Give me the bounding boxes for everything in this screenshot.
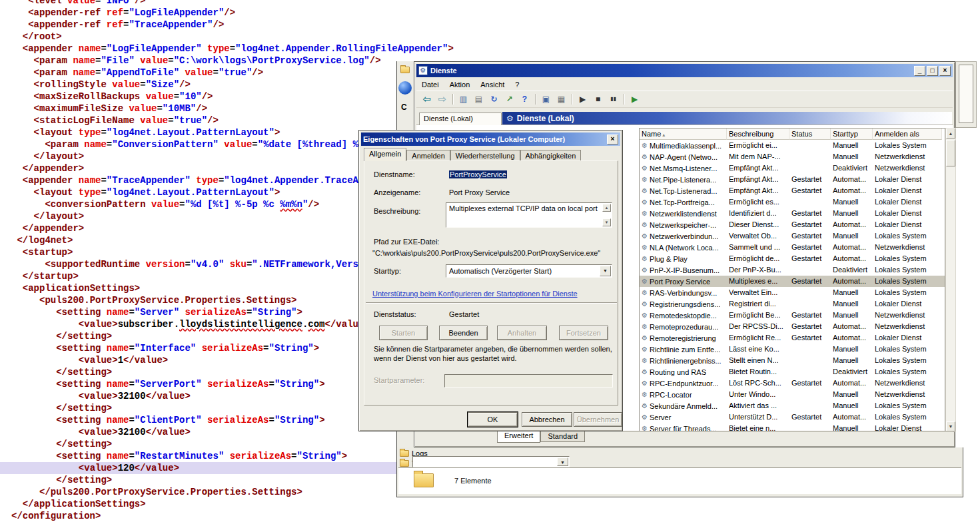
- service-gear-icon: ⚙: [642, 244, 648, 251]
- table-row[interactable]: ⚙Net.Tcp-Portfreiga...Ermöglicht es...Ma…: [640, 196, 945, 208]
- code-line: <appender name="LogFileAppender" type="l…: [11, 43, 566, 55]
- export-icon[interactable]: ↗: [502, 93, 516, 106]
- dialog-tabs: AllgemeinAnmeldenWiederherstellungAbhäng…: [364, 148, 581, 161]
- properties-dialog[interactable]: Eigenschaften von Port Proxy Service (Lo…: [358, 130, 623, 431]
- services-list[interactable]: Name▴BeschreibungStatusStarttypAnmelden …: [639, 128, 945, 432]
- tab-allgemein[interactable]: Allgemein: [364, 148, 406, 161]
- console-tree-tab[interactable]: Dienste (Lokal): [419, 113, 502, 125]
- refresh-icon[interactable]: ↻: [487, 93, 501, 106]
- standard-view-icon[interactable]: ▦: [554, 93, 568, 106]
- chevron-down-icon[interactable]: ▼: [600, 266, 611, 276]
- menu-item[interactable]: Datei: [416, 79, 444, 90]
- close-button[interactable]: ×: [939, 66, 951, 76]
- service-name: Netzwerklistendienst: [650, 210, 717, 218]
- beschreibung-box[interactable]: Multiplexes external TCP/IP data on loca…: [446, 202, 612, 228]
- restart-service-icon[interactable]: ▶: [628, 93, 642, 106]
- show-console-tree-icon[interactable]: ▥: [456, 93, 470, 106]
- scroll-down-icon[interactable]: ▼: [946, 421, 955, 431]
- pause-service-icon[interactable]: ▮▮: [606, 93, 620, 106]
- extended-view-icon[interactable]: ▣: [539, 93, 553, 106]
- dienstname-value[interactable]: PortProxyService: [449, 170, 507, 178]
- starttyp-select[interactable]: Automatisch (Verzögerter Start) ▼: [446, 264, 612, 278]
- table-row[interactable]: ⚙NLA (Network Loca...Sammelt und ...Gest…: [640, 242, 945, 253]
- column-header[interactable]: Anmelden als: [873, 129, 942, 140]
- window-titlebar[interactable]: ⚙ Dienste _□×: [416, 64, 953, 77]
- cancel-button[interactable]: Abbrechen: [522, 412, 572, 427]
- scroll-up-icon[interactable]: ▲: [946, 129, 955, 138]
- table-row[interactable]: ⚙Richtlinie zum Entfe...Lässt eine Ko...…: [640, 344, 945, 355]
- apply-button[interactable]: Übernehmen: [574, 412, 622, 427]
- table-row[interactable]: ⚙ServerUnterstützt D...GestartetAutomat.…: [640, 411, 945, 423]
- beschreibung-scrollbar[interactable]: ▲ ▼: [602, 204, 611, 226]
- table-row[interactable]: ⚙Netzwerkspeicher-...Dieser Dienst...Ges…: [640, 219, 945, 230]
- tab-wiederherstellung[interactable]: Wiederherstellung: [450, 150, 520, 161]
- service-name: RAS-Verbindungsv...: [650, 289, 717, 297]
- startparameter-input[interactable]: [444, 374, 613, 388]
- ok-button[interactable]: OK: [468, 412, 518, 427]
- help-icon[interactable]: ?: [518, 93, 532, 106]
- list-scrollbar[interactable]: ▲ ▼: [945, 128, 956, 432]
- table-row[interactable]: ⚙RPC-Endpunktzuor...Löst RPC-Sch...Gesta…: [640, 378, 945, 389]
- table-row[interactable]: ⚙RemoteregistrierungErmöglicht Re...Gest…: [640, 332, 945, 344]
- table-row[interactable]: ⚙RAS-Verbindungsv...Verwaltet Ein...Manu…: [640, 287, 945, 298]
- table-row[interactable]: ⚙Plug & PlayErmöglicht de...GestartetAut…: [640, 253, 945, 264]
- scroll-down-icon[interactable]: ▼: [602, 218, 611, 226]
- menu-item[interactable]: Aktion: [444, 79, 476, 90]
- minimize-button[interactable]: _: [914, 66, 925, 76]
- table-row[interactable]: ⚙NAP-Agent (Netwo...Mit dem NAP-...Manue…: [640, 151, 945, 162]
- service-name: Net.Msmq-Listener...: [650, 164, 717, 172]
- table-row[interactable]: ⚙RPC-LocatorUnter Windo...ManuellNetzwer…: [640, 389, 945, 400]
- close-button[interactable]: ×: [607, 134, 618, 144]
- dialog-titlebar[interactable]: Eigenschaften von Port Proxy Service (Lo…: [361, 132, 620, 146]
- tab-abhängigkeiten[interactable]: Abhängigkeiten: [520, 150, 582, 161]
- table-row[interactable]: ⚙Netzwerkverbindun...Verwaltet Ob...Gest…: [640, 230, 945, 242]
- table-row[interactable]: ⚙PnP-X-IP-Busenum...Der PnP-X-Bu...Deakt…: [640, 264, 945, 276]
- table-row[interactable]: ⚙Richtlinienergebniss...Stellt einen N..…: [640, 355, 945, 366]
- view-tab-erweitert[interactable]: Erweitert: [497, 431, 540, 443]
- anzeigename-label: Anzeigename:: [374, 188, 420, 196]
- service-gear-icon: ⚙: [642, 187, 648, 194]
- explorer-status-area: 7 Elemente: [398, 467, 961, 494]
- stop-service-icon[interactable]: ■: [591, 93, 605, 106]
- table-row[interactable]: ⚙NetzwerklistendienstIdentifiziert d...G…: [640, 208, 945, 219]
- chevron-down-icon[interactable]: ▼: [557, 457, 568, 466]
- table-row[interactable]: ⚙Remoteprozedurau...Der RPCSS-Di...Gesta…: [640, 321, 945, 332]
- maximize-button[interactable]: □: [927, 66, 938, 76]
- start-service-button[interactable]: Starten: [379, 326, 428, 340]
- service-gear-icon: ⚙: [642, 221, 648, 228]
- back-icon[interactable]: ⇦: [420, 93, 434, 106]
- table-row[interactable]: ⚙Routing und RASBietet Routin...Deaktivi…: [640, 366, 945, 378]
- extended-view-header: ⚙ Dienste (Lokal): [502, 112, 952, 125]
- table-row[interactable]: ⚙Remotedesktopdie...Ermöglicht Be...Gest…: [640, 310, 945, 321]
- forward-icon[interactable]: ⇨: [435, 93, 449, 106]
- column-header[interactable]: Name▴: [640, 129, 727, 140]
- stop-service-button[interactable]: Beenden: [439, 326, 488, 340]
- service-gear-icon: ⚙: [642, 142, 648, 149]
- start-service-icon[interactable]: ▶: [576, 93, 590, 106]
- service-name: Server: [650, 413, 671, 421]
- service-name: Net.Tcp-Listenerad...: [650, 187, 718, 195]
- table-row[interactable]: ⚙Registrierungsdiens...Registriert di...…: [640, 298, 945, 310]
- tab-anmelden[interactable]: Anmelden: [406, 150, 450, 161]
- export-list-icon[interactable]: ▤: [472, 93, 486, 106]
- pause-service-button[interactable]: Anhalten: [497, 326, 547, 340]
- table-row[interactable]: ⚙Sekundäre Anmeld...Aktiviert das ...Man…: [640, 400, 945, 411]
- table-row[interactable]: ⚙Net.Pipe-Listenera...Empfängt Akt...Ges…: [640, 174, 945, 185]
- column-header[interactable]: Status: [789, 129, 831, 140]
- table-row[interactable]: ⚙Port Proxy ServiceMultiplexes e...Gesta…: [640, 276, 945, 287]
- table-row[interactable]: ⚙Multimediaklassenpl...Ermöglicht ei...M…: [640, 140, 945, 151]
- view-tab-standard[interactable]: Standard: [540, 431, 585, 442]
- menubar: DateiAktionAnsicht?: [416, 78, 953, 91]
- startoptions-help-link[interactable]: Unterstützung beim Konfigurieren der Sta…: [372, 290, 578, 298]
- resume-service-button[interactable]: Fortsetzen: [559, 326, 608, 340]
- column-header[interactable]: Beschreibung: [727, 129, 789, 140]
- menu-item[interactable]: ?: [510, 79, 524, 90]
- column-header[interactable]: Starttyp: [831, 129, 873, 140]
- folder-combobox[interactable]: ▼: [412, 456, 570, 467]
- scroll-up-icon[interactable]: ▲: [602, 204, 611, 212]
- menu-item[interactable]: Ansicht: [475, 79, 510, 90]
- table-row[interactable]: ⚙Net.Tcp-Listenerad...Empfängt Akt...Ges…: [640, 185, 945, 196]
- scrollbar-thumb[interactable]: [946, 140, 955, 166]
- sort-asc-icon: ▴: [662, 132, 665, 138]
- table-row[interactable]: ⚙Net.Msmq-Listener...Empfängt Akt...Deak…: [640, 162, 945, 174]
